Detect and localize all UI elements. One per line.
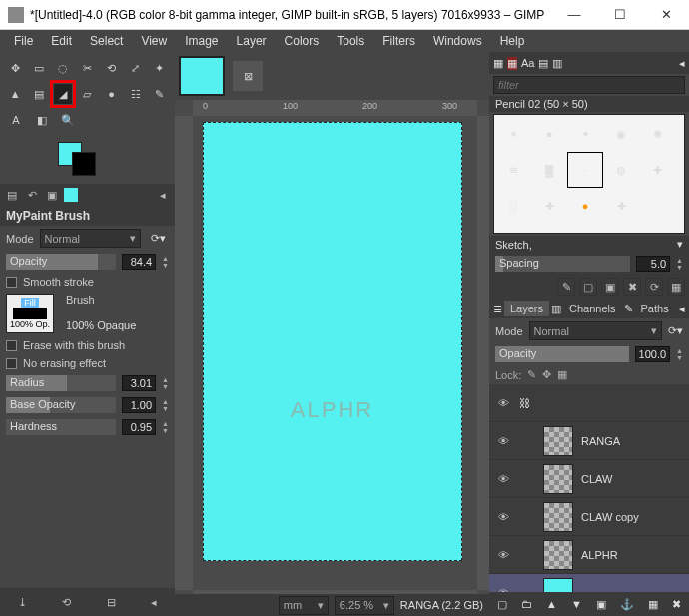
- menu-tools[interactable]: Tools: [329, 32, 372, 50]
- lock-alpha-icon[interactable]: ▦: [557, 368, 567, 381]
- layer-name[interactable]: CLAW: [581, 473, 612, 485]
- fgbg-tab-icon[interactable]: [64, 188, 78, 202]
- new-brush-icon[interactable]: ▢: [579, 278, 597, 296]
- hardness-slider[interactable]: Hardness: [6, 419, 116, 435]
- brush-preview[interactable]: Fill 100% Op.: [6, 294, 54, 333]
- layer-mode-reset-icon[interactable]: ⟳▾: [668, 324, 683, 337]
- ruler-horizontal[interactable]: 0 100 200 300: [193, 100, 477, 116]
- menu-layer[interactable]: Layer: [229, 32, 275, 50]
- lock-pixels-icon[interactable]: ✎: [527, 368, 536, 381]
- history-dock-icon[interactable]: ▤: [538, 57, 548, 70]
- brushes-dock-icon[interactable]: ▦: [493, 57, 503, 70]
- tab-paths[interactable]: Paths: [635, 301, 675, 316]
- close-button[interactable]: ✕: [643, 0, 689, 30]
- minimize-button[interactable]: —: [551, 0, 597, 30]
- images-icon[interactable]: ▣: [44, 187, 60, 203]
- layer-opacity-slider[interactable]: Opacity: [495, 346, 629, 362]
- brush-filter-input[interactable]: [493, 76, 685, 94]
- move-tool[interactable]: ✥: [6, 58, 24, 78]
- refresh-brush-icon[interactable]: ⟳: [645, 278, 663, 296]
- menu-colors[interactable]: Colors: [277, 32, 328, 50]
- tab-layers[interactable]: Layers: [504, 301, 549, 316]
- menu-windows[interactable]: Windows: [425, 32, 490, 50]
- layer-name[interactable]: ALPHR: [581, 549, 618, 561]
- new-group-icon[interactable]: 🗀: [521, 598, 532, 610]
- open-as-image-icon[interactable]: ▦: [667, 278, 685, 296]
- layer-row[interactable]: 👁 RANGA: [489, 422, 689, 460]
- transform-tool[interactable]: ⟲: [103, 58, 121, 78]
- baseop-value[interactable]: 1.00: [122, 397, 156, 413]
- edit-brush-icon[interactable]: ✎: [557, 278, 575, 296]
- hardness-spin[interactable]: ▲▼: [162, 420, 169, 434]
- spacing-spin[interactable]: ▲▼: [676, 257, 683, 271]
- menu-edit[interactable]: Edit: [43, 32, 80, 50]
- clone-tool[interactable]: ●: [103, 84, 121, 104]
- radius-slider[interactable]: Radius: [6, 375, 116, 391]
- color-swatches[interactable]: [0, 138, 175, 184]
- layer-row[interactable]: 👁 CLAW copy: [489, 498, 689, 536]
- duplicate-layer-icon[interactable]: ▣: [596, 598, 606, 611]
- spacing-slider[interactable]: Spacing: [495, 256, 630, 272]
- menu-select[interactable]: Select: [82, 32, 131, 50]
- options-tab-icon[interactable]: ▤: [4, 187, 20, 203]
- gradient-tool[interactable]: ▤: [30, 84, 48, 104]
- canvas[interactable]: [203, 122, 462, 561]
- radius-spin[interactable]: ▲▼: [162, 376, 169, 390]
- free-select-tool[interactable]: ◌: [54, 58, 72, 78]
- sketch-label[interactable]: Sketch,: [495, 239, 532, 251]
- mask-layer-icon[interactable]: ▦: [648, 598, 658, 611]
- visibility-icon[interactable]: 👁: [495, 397, 511, 409]
- background-color[interactable]: [72, 152, 96, 176]
- delete-preset-icon[interactable]: ⊟: [107, 596, 116, 609]
- undo-history-icon[interactable]: ↶: [24, 187, 40, 203]
- delete-brush-icon[interactable]: ✖: [623, 278, 641, 296]
- layer-row[interactable]: 👁 CLAW: [489, 460, 689, 498]
- units-combo[interactable]: mm▾: [279, 596, 329, 615]
- menu-view[interactable]: View: [133, 32, 175, 50]
- chevron-down-icon[interactable]: ▾: [677, 238, 683, 251]
- path-tool[interactable]: ✎: [151, 84, 169, 104]
- eraser-tool[interactable]: ▱: [78, 84, 96, 104]
- menu-image[interactable]: Image: [177, 32, 226, 50]
- layer-name[interactable]: CLAW copy: [581, 511, 639, 523]
- menu-help[interactable]: Help: [492, 32, 533, 50]
- documents-dock-icon[interactable]: ▥: [552, 57, 562, 70]
- warp-tool[interactable]: ✦: [151, 58, 169, 78]
- smudge-tool[interactable]: ☷: [127, 84, 145, 104]
- baseop-slider[interactable]: Base Opacity: [6, 397, 116, 413]
- fonts-dock-icon[interactable]: Aa: [521, 57, 534, 69]
- mode-reset-icon[interactable]: ⟳▾: [147, 232, 169, 245]
- menu-filters[interactable]: Filters: [374, 32, 423, 50]
- color-picker-tool[interactable]: ◧: [32, 110, 52, 130]
- dock-menu-icon[interactable]: ◂: [679, 303, 685, 315]
- save-preset-icon[interactable]: ⤓: [18, 596, 27, 609]
- layer-opacity-spin[interactable]: ▲▼: [676, 347, 683, 361]
- hardness-value[interactable]: 0.95: [122, 419, 156, 435]
- baseop-spin[interactable]: ▲▼: [162, 398, 169, 412]
- lock-position-icon[interactable]: ✥: [542, 368, 551, 381]
- maximize-button[interactable]: ☐: [597, 0, 643, 30]
- unified-transform-tool[interactable]: ⤢: [127, 58, 145, 78]
- layer-row[interactable]: 👁⛓: [489, 384, 689, 422]
- visibility-icon[interactable]: 👁: [495, 435, 511, 447]
- erase-check[interactable]: [6, 340, 17, 351]
- visibility-icon[interactable]: 👁: [495, 511, 511, 523]
- opacity-value[interactable]: 84.4: [122, 254, 156, 270]
- layer-row[interactable]: 👁 ALPHR: [489, 536, 689, 574]
- layer-row[interactable]: 👁: [489, 574, 689, 592]
- opacity-spin[interactable]: ▲▼: [162, 255, 169, 269]
- visibility-icon[interactable]: 👁: [495, 549, 511, 561]
- image-tab-thumb[interactable]: [179, 56, 225, 96]
- menu-file[interactable]: File: [6, 32, 41, 50]
- radius-value[interactable]: 3.01: [122, 375, 156, 391]
- image-tab-close[interactable]: ⊠: [233, 61, 263, 91]
- patterns-dock-icon[interactable]: ▦: [507, 57, 517, 70]
- layer-opacity-value[interactable]: 100.0: [635, 346, 671, 362]
- brush-grid[interactable]: ✶ ● ✦ ◉ ✺ ≋ ▓ · ◍ ✚ ░ ✚ ● ✚: [493, 114, 685, 234]
- smooth-stroke-check[interactable]: [6, 277, 17, 288]
- text-tool[interactable]: A: [6, 110, 26, 130]
- merge-layer-icon[interactable]: ⚓: [620, 598, 634, 611]
- bucket-tool[interactable]: ▲: [6, 84, 24, 104]
- visibility-icon[interactable]: 👁: [495, 473, 511, 485]
- dock-menu-icon[interactable]: ◂: [679, 57, 685, 70]
